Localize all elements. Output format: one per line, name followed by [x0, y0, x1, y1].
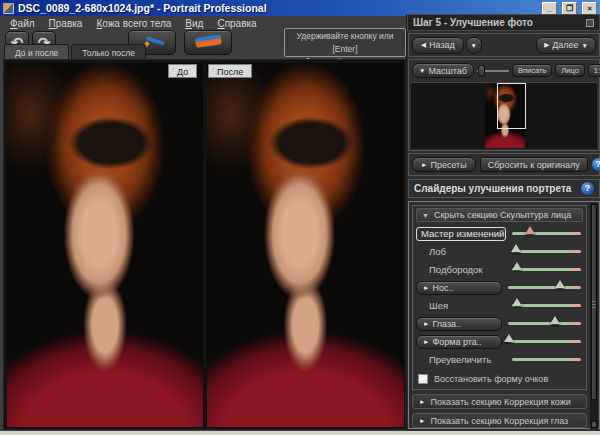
- tab[interactable]: До и после: [4, 44, 69, 60]
- slider-marker[interactable]: [550, 316, 560, 324]
- menu-item[interactable]: Кожа всего тела: [89, 18, 178, 29]
- collapsed-sections: ►Показать секцию Коррекция кожи►Показать…: [412, 394, 587, 435]
- slider-marker[interactable]: [512, 298, 522, 306]
- sliders-title-row: Слайдеры улучшения портрета ?: [408, 179, 600, 198]
- reset-to-original-button[interactable]: Сбросить к оригиналу: [480, 157, 588, 172]
- eraser-icon: [193, 35, 223, 51]
- slider-label-text: Форма рта..: [432, 337, 481, 347]
- close-button[interactable]: ×: [582, 2, 597, 15]
- back-dropdown-button[interactable]: ▼: [466, 37, 482, 54]
- help-icon[interactable]: ?: [592, 158, 600, 171]
- menu-item[interactable]: Справка: [210, 18, 263, 29]
- slider-label: Мастер изменений: [416, 227, 506, 241]
- dropdown-icon: ▼: [471, 42, 477, 49]
- back-label: Назад: [429, 40, 455, 50]
- zoom-slider[interactable]: [477, 70, 509, 72]
- expand-icon: ►: [423, 320, 429, 327]
- face-button[interactable]: Лицо: [555, 64, 585, 77]
- slider-row: Преувеличить: [416, 353, 583, 366]
- actual-size-button[interactable]: 1:1: [588, 64, 600, 77]
- photo-area: До После: [3, 59, 406, 430]
- glasses-checkbox-label: Восстановить форму очков: [434, 374, 548, 384]
- after-label: После: [208, 64, 252, 78]
- navigator: [411, 82, 597, 149]
- app-window: DSC_0089_2-680x1024.jpg* - Portrait Prof…: [0, 0, 600, 435]
- slider-track[interactable]: [512, 358, 581, 361]
- dropdown-icon: ▼: [582, 42, 588, 49]
- scrollbar-corner-button[interactable]: [591, 421, 597, 428]
- collapsed-section-label: Показать секцию Коррекция кожи: [430, 397, 570, 407]
- slider-label: Шея: [416, 300, 506, 311]
- slider-track[interactable]: [512, 304, 581, 307]
- slider-section-button[interactable]: ►Форма рта..: [416, 335, 502, 349]
- navigator-view-rect[interactable]: [497, 83, 526, 129]
- hide-face-sculpt-header[interactable]: ▼ Скрыть секцию Скульптура лица: [416, 208, 583, 222]
- slider-track[interactable]: [512, 268, 581, 271]
- undock-icon[interactable]: [586, 19, 594, 27]
- face-sculpt-section: ▼ Скрыть секцию Скульптура лица Мастер и…: [412, 205, 587, 390]
- help-icon[interactable]: ?: [581, 182, 594, 195]
- slider-section-button[interactable]: ►Глаза..: [416, 317, 502, 331]
- slider-row: Шея: [416, 299, 583, 312]
- slider-marker[interactable]: [511, 244, 521, 252]
- collapsed-section-header[interactable]: ►Показать секцию Коррекция кожи: [412, 394, 587, 409]
- fit-button[interactable]: Вписать: [512, 64, 552, 77]
- slider-track[interactable]: [512, 232, 581, 235]
- expand-icon: ►: [421, 161, 427, 168]
- portrait-before: [7, 63, 203, 427]
- view-tabs: До и послеТолько после: [4, 44, 146, 60]
- scale-button[interactable]: ▼ Масштаб: [412, 63, 474, 78]
- slider-marker[interactable]: [525, 226, 535, 234]
- slider-row: ►Форма рта..: [416, 335, 583, 348]
- menu-item[interactable]: Файл: [3, 18, 42, 29]
- slider-marker[interactable]: [504, 334, 514, 342]
- collapsed-section-label: Показать секцию Коррекция глаз: [430, 416, 568, 426]
- tab[interactable]: Только после: [71, 44, 146, 60]
- glasses-checkbox-row: Восстановить форму очков: [416, 374, 583, 384]
- slider-marker[interactable]: [512, 262, 522, 270]
- slider-label: Лоб: [416, 246, 506, 257]
- slider-row: ►Глаза..: [416, 317, 583, 330]
- next-label: Далее: [552, 40, 578, 50]
- scrollbar-handle[interactable]: [591, 204, 597, 400]
- slider-track[interactable]: [508, 286, 581, 289]
- hint-line-1: Удерживайте кнопку или [Enter]: [285, 30, 405, 56]
- collapse-icon: ▼: [422, 212, 429, 219]
- glasses-checkbox[interactable]: [418, 374, 428, 384]
- next-arrow-icon: ▶: [544, 41, 549, 49]
- before-label: До: [168, 64, 197, 78]
- slider-row: Лоб: [416, 245, 583, 258]
- minimize-button[interactable]: _: [542, 2, 557, 15]
- eraser-tool-button[interactable]: [184, 30, 232, 55]
- slider-track[interactable]: [512, 250, 581, 253]
- slider-track[interactable]: [508, 322, 581, 325]
- slider-section-button[interactable]: ►Нос..: [416, 281, 502, 295]
- back-arrow-icon: ◀: [421, 41, 426, 49]
- slider-track[interactable]: [508, 340, 581, 343]
- sliders-scrollbar[interactable]: [590, 203, 598, 429]
- zoom-controls: ▼ Масштаб Вписать Лицо 1:1: [409, 60, 599, 81]
- slider-label: Подбородок: [416, 264, 506, 275]
- expand-icon: ►: [419, 417, 425, 424]
- zoom-slider-thumb[interactable]: [478, 65, 485, 77]
- slider-rows: Мастер измененийЛобПодбородок►Нос..Шея►Г…: [416, 227, 583, 366]
- window-bottom-edge: [0, 431, 600, 435]
- menu-item[interactable]: Вид: [178, 18, 210, 29]
- after-image[interactable]: [207, 63, 404, 427]
- step-nav: ◀ Назад ▼ ▶ Далее ▼: [408, 33, 600, 57]
- presets-button[interactable]: ► Пресеты: [412, 157, 476, 172]
- next-button[interactable]: ▶ Далее ▼: [536, 37, 596, 54]
- slider-row: Подбородок: [416, 263, 583, 276]
- slider-marker[interactable]: [555, 280, 565, 288]
- collapsed-section-header[interactable]: ►Показать секцию Коррекция глаз: [412, 413, 587, 428]
- menu-item[interactable]: Правка: [42, 18, 90, 29]
- slider-label-text: Глаза..: [432, 319, 461, 329]
- app-icon: [3, 3, 14, 14]
- dropdown-icon: ▼: [419, 67, 425, 74]
- restore-button[interactable]: ❐: [562, 2, 577, 15]
- back-button[interactable]: ◀ Назад: [412, 37, 464, 54]
- before-image[interactable]: [7, 63, 203, 427]
- window-title: DSC_0089_2-680x1024.jpg* - Portrait Prof…: [18, 2, 537, 14]
- presets-label: Пресеты: [430, 160, 466, 170]
- expand-icon: ►: [423, 284, 429, 291]
